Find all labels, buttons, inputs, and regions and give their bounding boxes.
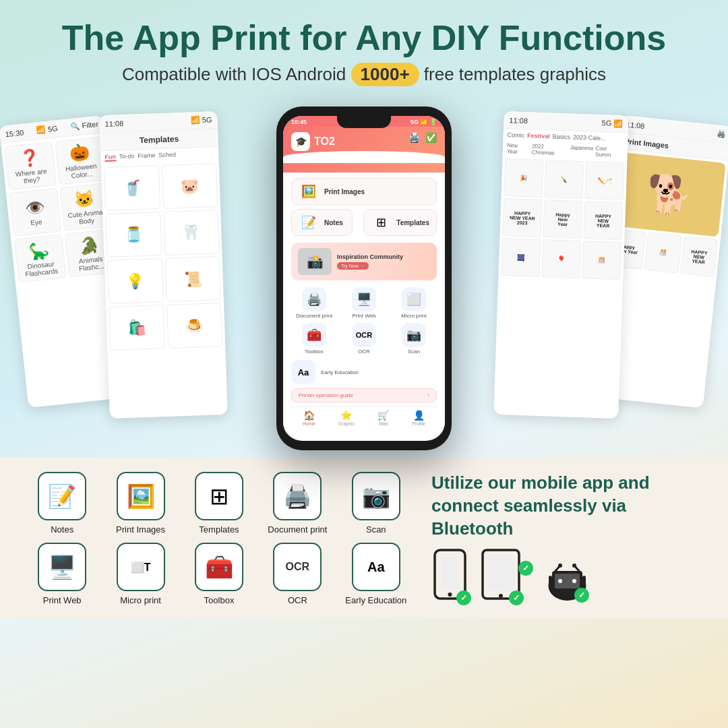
subtab-cool[interactable]: Cool Summ (595, 146, 624, 158)
check-icon[interactable]: ✅ (425, 132, 437, 143)
tab-comic[interactable]: Comic (508, 131, 525, 139)
banner-image: 📸 (298, 248, 332, 275)
micro-print-feature-icon: ⬜T (117, 543, 165, 591)
print-images-btn[interactable]: 🖼️ Print Images (291, 178, 437, 205)
cloud-decoration (283, 151, 445, 163)
phone-area: 15:30 📶 5G 🔍 Filter ❓Where are they? 🎃Ha… (0, 100, 728, 457)
svg-point-2 (448, 593, 452, 597)
tab-basics[interactable]: Basics (553, 133, 571, 141)
nav-profile[interactable]: 👤 Profile (412, 410, 425, 426)
notes-feature-label: Notes (51, 524, 73, 535)
early-education-feature-label: Early Education (345, 595, 406, 605)
svg-rect-1 (442, 557, 458, 589)
inspiration-banner[interactable]: 📸 Inspiration Community Try Now → (291, 243, 437, 280)
svg-point-9 (558, 579, 562, 583)
nav-mall[interactable]: 🛒 Mall (377, 410, 389, 426)
early-education-feature-icon: Aa (352, 543, 400, 591)
subtab-2022[interactable]: 2022 Chrismas (532, 144, 568, 157)
early-education-icon: Aa (291, 360, 315, 384)
templates-grid: 🥤 🐷 🫙 🦷 💡 📜 🛍️ 🍮 (101, 160, 226, 353)
feature-early-education: Aa Early Education (341, 543, 411, 605)
templates-icon: ⊞ (371, 215, 391, 230)
subtab-japanese[interactable]: Japanese (570, 145, 593, 158)
right1-time: 11:08 (509, 116, 528, 125)
app-body: 🖼️ Print Images 📝 Notes ⊞ Templates (283, 173, 445, 434)
scan-feature-label: Scan (366, 524, 386, 535)
bottom-nav: 🏠 Home ⭐ Graphic 🛒 Mall 👤 (291, 406, 437, 429)
svg-point-5 (499, 594, 503, 598)
nav-mall-label: Mall (379, 421, 388, 426)
left1-time: 15:30 (5, 128, 24, 138)
sticker-card: ❓Where are they? (5, 142, 57, 190)
template-item: 🦷 (163, 210, 220, 255)
document-print-icon-item[interactable]: 🖨️ Document print (291, 287, 337, 319)
guide-arrow: › (427, 392, 429, 398)
dog-photo: 🐕 (613, 152, 726, 237)
document-print-feature-icon: 🖨️ (273, 472, 322, 520)
scan-icon-item[interactable]: 📷 Scan (391, 323, 437, 355)
ny-mini-item: 🎊 (644, 233, 682, 274)
micro-print-label: Micro print (401, 313, 426, 319)
ny-mini-item: HAPPYNEWYEAR (680, 236, 718, 277)
feature-notes: 📝 Notes (27, 472, 97, 535)
template-item: 🫙 (105, 212, 162, 257)
notes-btn[interactable]: 📝 Notes (291, 209, 353, 236)
mall-icon: 🛒 (377, 410, 389, 421)
apple-check: ✓ (518, 561, 533, 576)
banner-text-area: Inspiration Community Try Now → (337, 253, 403, 270)
subtab-new-year[interactable]: New Year (507, 142, 530, 155)
badge-1000: 1000+ (351, 63, 419, 86)
ocr-feature-label: OCR (288, 595, 307, 605)
left-screen-2: 11:08 📶 5G Templates Fun To-do Frame Sch… (99, 111, 228, 419)
toolbox-icon-item[interactable]: 🧰 Toolbox (291, 323, 337, 355)
print-icon[interactable]: 🖨️ (408, 132, 420, 143)
phone-frame: 10:45 5G 📶 🔋 🎓 TO2 🖨️ ✅ (276, 107, 452, 450)
document-print-feature-label: Document print (268, 524, 327, 535)
ny-item: 🍾 (544, 160, 584, 199)
ocr-feature-icon: OCR (273, 543, 322, 591)
template-item: 🐷 (161, 163, 218, 209)
left1-filter[interactable]: 🔍 Filter (70, 120, 99, 131)
sticker-card: 👁️Eye (9, 188, 61, 237)
templates-btn[interactable]: ⊞ Templates (363, 209, 437, 236)
tab-fun[interactable]: Fun (104, 154, 116, 162)
templates-feature-label: Templates (199, 524, 239, 535)
header: The App Print for Any DIY Functions Comp… (0, 0, 728, 93)
feature-templates: ⊞ Templates (184, 472, 254, 535)
features-area: 📝 Notes 🖼️ Print Images ⊞ Templates 🖨️ D… (27, 472, 411, 605)
tab-schedule[interactable]: Sched (158, 151, 176, 160)
ny-item: 🎈 (541, 239, 581, 278)
nav-home[interactable]: 🏠 Home (303, 410, 315, 426)
ocr-label: OCR (358, 348, 370, 355)
app-name: TO2 (314, 135, 335, 148)
toolbox-feature-icon: 🧰 (195, 543, 243, 591)
print-images-icon: 🖼️ (299, 184, 319, 199)
device-tablet: ✓ (481, 549, 521, 603)
try-now-button[interactable]: Try Now → (337, 262, 369, 270)
tab-2023[interactable]: 2023 Cale... (573, 134, 606, 142)
early-education-icon-item[interactable]: Aa Early Education (291, 360, 437, 384)
features-grid-row2: 🖥️ Print Web ⬜T Micro print 🧰 Toolbox OC… (27, 543, 411, 605)
print-web-label: Print Web (353, 313, 376, 319)
nav-home-label: Home (303, 421, 315, 426)
svg-point-13 (558, 564, 562, 568)
tab-todo[interactable]: To-do (119, 153, 135, 162)
templates-label: Templates (396, 219, 429, 226)
scan-label: Scan (408, 348, 420, 355)
micro-print-icon-item[interactable]: ⬜ Micro print (391, 287, 437, 319)
ny-item: 🎆 (501, 238, 541, 277)
tab-festival[interactable]: Festival (527, 132, 550, 140)
printer-guide-bar[interactable]: Printer operation guide › (291, 388, 437, 402)
sticker-card: 🎃Halloween Color... (55, 137, 107, 185)
document-print-icon: 🖨️ (302, 287, 326, 311)
ocr-icon-item[interactable]: OCR OCR (341, 323, 387, 355)
tablet-check: ✓ (509, 590, 524, 605)
tab-frame[interactable]: Frame (138, 152, 155, 161)
print-web-icon-item[interactable]: 🖥️ Print Web (341, 287, 387, 319)
page-title: The App Print for Any DIY Functions (27, 19, 701, 57)
nav-graphic[interactable]: ⭐ Graphic (338, 410, 355, 426)
notes-feature-icon: 📝 (38, 472, 86, 520)
home-icon: 🏠 (303, 410, 315, 421)
feature-print-images: 🖼️ Print Images (105, 472, 175, 535)
device-icons: ✓ ✓ ✓ (431, 549, 701, 603)
